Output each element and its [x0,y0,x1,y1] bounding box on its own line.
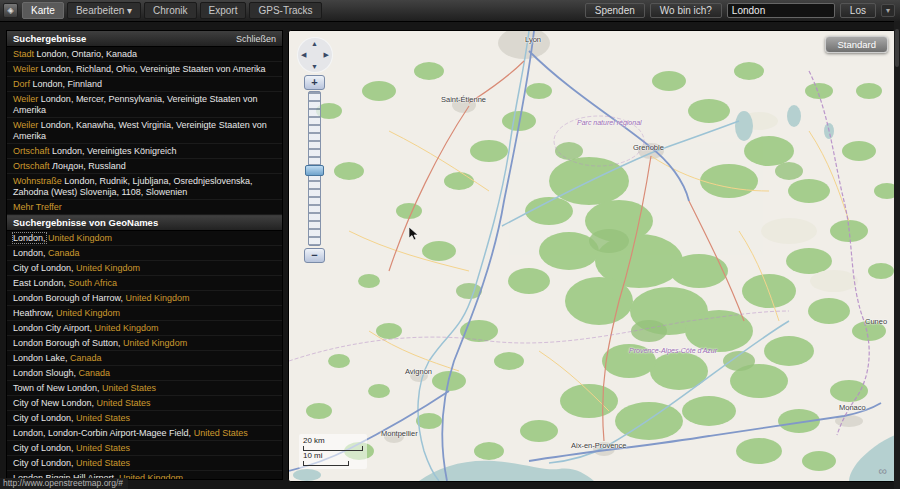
geonames-region-label: United Kingdom [54,308,121,318]
result-type-label: Weiler [13,120,38,130]
pan-up-icon[interactable]: ▲ [311,40,318,47]
search-result-item[interactable]: Weiler London, Mercer, Pennsylvania, Ver… [7,92,282,118]
map-base-layer [289,31,895,481]
geonames-result-item[interactable]: City of London, United States [7,411,282,426]
result-place-label: London, Ontario, Kanada [34,49,137,59]
geonames-region-label: United Kingdom [121,338,188,348]
geonames-results-list: London, United KingdomLondon, CanadaCity… [7,231,282,480]
topbar-right: Spenden Wo bin ich? Los ▾ [585,3,895,18]
geonames-place-label: London, [13,233,46,243]
geonames-result-item[interactable]: London City Airport, United Kingdom [7,321,282,336]
search-result-item[interactable]: Dorf London, Finnland [7,77,282,92]
tab-chronik[interactable]: Chronik [144,2,196,19]
geonames-result-item[interactable]: City of London, United States [7,456,282,471]
geonames-place-label: Heathrow, [13,308,54,318]
layer-switcher-button[interactable]: Standard [825,36,888,53]
close-button[interactable]: Schließen [236,34,276,44]
tab-export[interactable]: Export [200,2,247,19]
search-go-button[interactable]: Los [840,3,876,18]
scrollbar-thumb[interactable] [895,29,899,67]
search-result-item[interactable]: Wohnstraße London, Rudnik, Ljubljana, Os… [7,174,282,200]
pan-control[interactable]: ▲ ▼ ◀ ▶ [297,37,333,73]
geonames-result-item[interactable]: Town of New London, United States [7,381,282,396]
result-type-label: Stadt [13,49,34,59]
search-result-item[interactable]: Weiler London, Kanawha, West Virginia, V… [7,118,282,144]
geonames-region-label: United States [74,443,131,453]
geonames-region-label: South Africa [66,278,117,288]
more-results-link[interactable]: Mehr Treffer [7,200,282,215]
geonames-result-item[interactable]: London Lake, Canada [7,351,282,366]
pan-left-icon[interactable]: ◀ [301,51,306,58]
donate-button[interactable]: Spenden [585,3,645,18]
status-url: http://www.openstreetmap.org/# [0,478,128,489]
tab-karte[interactable]: Karte [22,2,64,19]
search-results-list: Stadt London, Ontario, KanadaWeiler Lond… [7,47,282,200]
geonames-region-label: United States [100,383,157,393]
zoom-slider-handle[interactable] [305,165,324,176]
geonames-region-label: United Kingdom [123,293,190,303]
map-canvas[interactable]: LyonSaint-ÉtienneGrenobleAvignonMontpell… [288,30,896,482]
geonames-result-item[interactable]: London, United Kingdom [7,231,282,246]
geonames-place-label: London Lake, [13,353,68,363]
geonames-result-item[interactable]: London Borough of Sutton, United Kingdom [7,336,282,351]
geonames-result-item[interactable]: London, London-Corbin Airport-Magee Fiel… [7,426,282,441]
scale-mi-label: 10 mi [303,451,323,460]
result-place-label: Лондон, Russland [50,161,126,171]
zoom-in-button[interactable]: + [304,75,325,90]
window-scrollbar[interactable] [894,21,900,489]
geonames-region-label: United Kingdom [74,263,141,273]
result-place-label: London, Richland, Ohio, Vereinigte Staat… [38,64,265,74]
geonames-place-label: Town of New London, [13,383,100,393]
geonames-region-label: United States [74,458,131,468]
tab-bearbeiten[interactable]: Bearbeiten ▾ [67,2,141,19]
permalink-icon[interactable]: ∞ [878,465,887,477]
geonames-result-item[interactable]: City of London, United Kingdom [7,261,282,276]
panel-title: Suchergebnisse [13,33,86,44]
result-type-label: Ortschaft [13,161,50,171]
zoom-out-button[interactable]: − [304,248,325,263]
pan-right-icon[interactable]: ▶ [324,51,329,58]
topbar: ◈ KarteBearbeiten ▾ChronikExportGPS-Trac… [0,0,900,22]
search-result-item[interactable]: Weiler London, Richland, Ohio, Vereinigt… [7,62,282,77]
pan-down-icon[interactable]: ▼ [311,63,318,70]
geonames-place-label: London, [13,248,46,258]
geonames-region-label: Canada [76,368,110,378]
geonames-result-item[interactable]: London Slough, Canada [7,366,282,381]
result-place-label: London, Mercer, Pennsylvania, Vereinigte… [13,94,258,115]
geonames-result-item[interactable]: East London, South Africa [7,276,282,291]
geonames-place-label: London, London-Corbin Airport-Magee Fiel… [13,428,191,438]
geonames-region-label: United Kingdom [92,323,159,333]
app-icon: ◈ [3,3,18,18]
result-type-label: Weiler [13,94,38,104]
topbar-tabs: KarteBearbeiten ▾ChronikExportGPS-Tracks [22,2,322,19]
geonames-result-item[interactable]: London, Canada [7,246,282,261]
mouse-cursor [409,227,419,241]
geonames-place-label: London Borough of Sutton, [13,338,121,348]
geonames-result-item[interactable]: London Borough of Harrow, United Kingdom [7,291,282,306]
result-place-label: London, Vereinigtes Königreich [50,146,177,156]
search-result-item[interactable]: Stadt London, Ontario, Kanada [7,47,282,62]
geonames-region-label: Canada [46,248,80,258]
result-type-label: Ortschaft [13,146,50,156]
geonames-place-label: East London, [13,278,66,288]
geonames-place-label: London Borough of Harrow, [13,293,123,303]
result-place-label: London, Finnland [30,79,102,89]
geonames-region-label: United States [74,413,131,423]
geonames-region-label: United States [191,428,248,438]
search-result-item[interactable]: Ortschaft London, Vereinigtes Königreich [7,144,282,159]
search-result-item[interactable]: Ortschaft Лондон, Russland [7,159,282,174]
geonames-result-item[interactable]: City of London, United States [7,441,282,456]
geonames-region-label: United Kingdom [46,233,113,243]
scale-km-label: 20 km [303,436,325,445]
result-type-label: Dorf [13,79,30,89]
search-input[interactable] [727,3,835,18]
geonames-result-item[interactable]: City of New London, United States [7,396,282,411]
result-type-label: Wohnstraße [13,176,62,186]
geonames-result-item[interactable]: Heathrow, United Kingdom [7,306,282,321]
chevron-down-icon[interactable]: ▾ [881,4,895,17]
search-results-header: Suchergebnisse Schließen [7,31,282,47]
geonames-region-label: United States [94,398,151,408]
geonames-place-label: City of London, [13,458,74,468]
tab-gps-tracks[interactable]: GPS-Tracks [249,2,321,19]
where-am-i-button[interactable]: Wo bin ich? [650,3,722,18]
